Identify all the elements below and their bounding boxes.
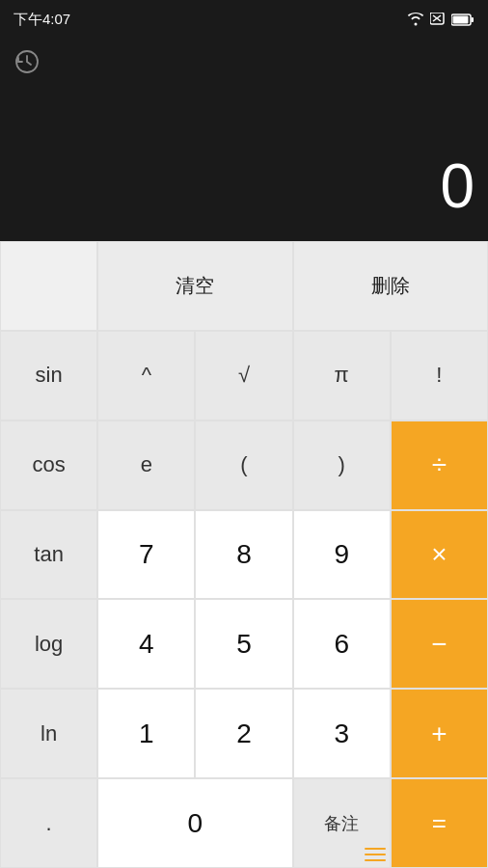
minus-button[interactable]: − (391, 599, 488, 689)
two-button[interactable]: 2 (195, 689, 292, 778)
memo-button[interactable]: 备注 (293, 778, 391, 868)
sin-button[interactable]: sin (0, 331, 97, 420)
time-display: 下午4:07 (14, 11, 70, 29)
multiply-button[interactable]: × (391, 510, 488, 600)
three-button[interactable]: 3 (293, 689, 391, 778)
nine-button[interactable]: 9 (293, 510, 391, 600)
sqrt-button[interactable]: √ (195, 331, 292, 420)
svg-rect-4 (472, 17, 474, 22)
zero-button[interactable]: 0 (97, 778, 292, 868)
five-button[interactable]: 5 (195, 599, 292, 689)
ln-button[interactable]: ln (0, 689, 97, 778)
lparen-button[interactable]: ( (195, 420, 292, 510)
display-value: 0 (14, 150, 474, 231)
dot-button[interactable]: . (0, 778, 97, 868)
empty-cell (0, 241, 97, 331)
eight-button[interactable]: 8 (195, 510, 292, 600)
e-button[interactable]: e (97, 420, 195, 510)
svg-rect-5 (453, 15, 469, 23)
clear-button[interactable]: 清空 (97, 241, 292, 331)
status-bar: 下午4:07 (0, 0, 488, 39)
history-icon[interactable] (14, 48, 41, 75)
six-button[interactable]: 6 (293, 599, 391, 689)
pi-button[interactable]: π (293, 331, 391, 420)
one-button[interactable]: 1 (97, 689, 195, 778)
battery-icon (451, 14, 474, 26)
calculator-grid: 清空 删除 sin ^ √ π ! cos e ( ) ÷ tan 7 8 9 … (0, 241, 488, 868)
rparen-button[interactable]: ) (293, 420, 391, 510)
plus-button[interactable]: + (391, 689, 488, 778)
factorial-button[interactable]: ! (391, 331, 488, 420)
history-row (14, 48, 474, 75)
four-button[interactable]: 4 (97, 599, 195, 689)
cos-button[interactable]: cos (0, 420, 97, 510)
status-icons (407, 13, 474, 26)
signal-icon (430, 13, 446, 26)
tan-button[interactable]: tan (0, 510, 97, 600)
wifi-icon (407, 13, 424, 26)
seven-button[interactable]: 7 (97, 510, 195, 600)
pow-button[interactable]: ^ (97, 331, 195, 420)
delete-button[interactable]: 删除 (293, 241, 488, 331)
log-button[interactable]: log (0, 599, 97, 689)
equals-button[interactable]: = (391, 778, 488, 868)
display-area: 0 (0, 39, 488, 241)
divide-button[interactable]: ÷ (391, 420, 488, 510)
